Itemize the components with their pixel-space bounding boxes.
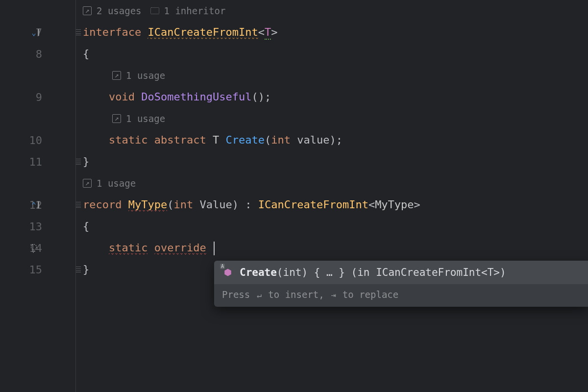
keyword: interface [83, 26, 141, 38]
code-editor[interactable]: ⌄ 7 8 9 10 11 ⌃ 12 13 [0, 0, 588, 392]
enter-key-icon: ↵ [256, 290, 263, 300]
code-line[interactable]: } [76, 151, 588, 172]
completion-text: Create(int) { … } (in ICanCreateFromInt<… [240, 267, 506, 278]
gutter-row [0, 0, 75, 22]
code-line[interactable]: void DoSomethingUseful(); [76, 86, 588, 108]
line-number: 13 [29, 220, 43, 233]
gutter-row: 11 [0, 151, 75, 172]
code-line[interactable]: static abstract T Create(int value); [76, 129, 588, 151]
completion-hint: Press ↵ to insert, ⇥ to replace [214, 284, 588, 307]
code-line[interactable]: interface ICanCreateFromInt<T> [76, 22, 588, 43]
code-line[interactable]: { [76, 43, 588, 65]
code-area[interactable]: 2 usages 1 inheritor interface ICanCreat… [75, 0, 588, 392]
tab-key-icon: ⇥ [330, 290, 337, 300]
fold-handle[interactable] [75, 28, 81, 37]
gutter-row [0, 172, 75, 194]
fold-handle[interactable] [75, 200, 81, 209]
code-lens[interactable]: 1 usage [76, 65, 588, 86]
keyword: record [83, 198, 122, 211]
method-name: DoSomethingUseful [141, 91, 251, 103]
gutter: ⌄ 7 8 9 10 11 ⌃ 12 13 [0, 0, 75, 392]
gutter-row: ⌃ 12 [0, 194, 75, 216]
gutter-row: ⌄ 7 [0, 22, 75, 43]
external-link-icon [83, 179, 92, 188]
usages-count[interactable]: 1 usage [126, 70, 165, 81]
keyword: override [154, 242, 206, 255]
completion-popup[interactable]: A Create(int) { … } (in ICanCreateFromIn… [214, 261, 588, 307]
fold-handle[interactable] [75, 157, 81, 166]
lightbulb-icon[interactable] [27, 242, 40, 254]
param-type: int [173, 198, 193, 211]
line-number: 9 [36, 91, 42, 103]
fold-handle[interactable] [75, 265, 81, 274]
line-number: 15 [29, 264, 43, 276]
keyword: static [109, 134, 147, 146]
gutter-row: 8 [0, 43, 75, 65]
type-name: ICanCreateFromInt [147, 26, 258, 39]
usages-count[interactable]: 2 usages [97, 5, 142, 16]
gutter-row: 13 [0, 216, 75, 237]
keyword: void [109, 91, 135, 103]
override-down-icon[interactable]: ⌄ [27, 28, 43, 37]
inheritors-count[interactable]: 1 inheritor [164, 5, 226, 16]
keyword: abstract [154, 134, 206, 146]
type-parameter: T [265, 26, 271, 40]
gutter-row: 15 [0, 259, 75, 280]
code-lens[interactable]: 2 usages 1 inheritor [76, 0, 588, 22]
code-line[interactable]: { [76, 216, 588, 237]
inheritor-icon [150, 7, 159, 14]
method-name: Create [225, 134, 264, 146]
code-lens[interactable]: 1 usage [76, 108, 588, 129]
param-name: value [297, 134, 329, 146]
gutter-row: 14 [0, 237, 75, 259]
gutter-row [0, 65, 75, 86]
usages-count[interactable]: 1 usage [97, 178, 136, 189]
base-type: ICanCreateFromInt [258, 198, 368, 211]
keyword: static [109, 242, 147, 255]
param-type: int [271, 134, 291, 146]
gutter-row: 9 [0, 86, 75, 108]
line-number: 8 [36, 48, 42, 60]
return-type: T [213, 134, 219, 146]
svg-point-0 [31, 245, 37, 250]
override-up-icon[interactable]: ⌃ [27, 200, 43, 210]
usages-count[interactable]: 1 usage [126, 113, 165, 124]
completion-item[interactable]: A Create(int) { … } (in ICanCreateFromIn… [214, 261, 588, 284]
gutter-row [0, 108, 75, 129]
external-link-icon [112, 71, 121, 80]
code-lens[interactable]: 1 usage [76, 172, 588, 194]
method-icon: A [222, 267, 234, 278]
param-name: Value [199, 198, 232, 211]
code-line[interactable]: static override [76, 237, 588, 259]
type-name: MyType [128, 198, 167, 212]
type-argument: MyType [375, 198, 414, 211]
line-number: 10 [29, 134, 43, 147]
external-link-icon [83, 6, 92, 15]
line-number: 11 [29, 156, 43, 168]
gutter-row: 10 [0, 129, 75, 151]
text-caret [214, 242, 215, 255]
external-link-icon [112, 114, 121, 123]
code-line[interactable]: record MyType(int Value) : ICanCreateFro… [76, 194, 588, 216]
